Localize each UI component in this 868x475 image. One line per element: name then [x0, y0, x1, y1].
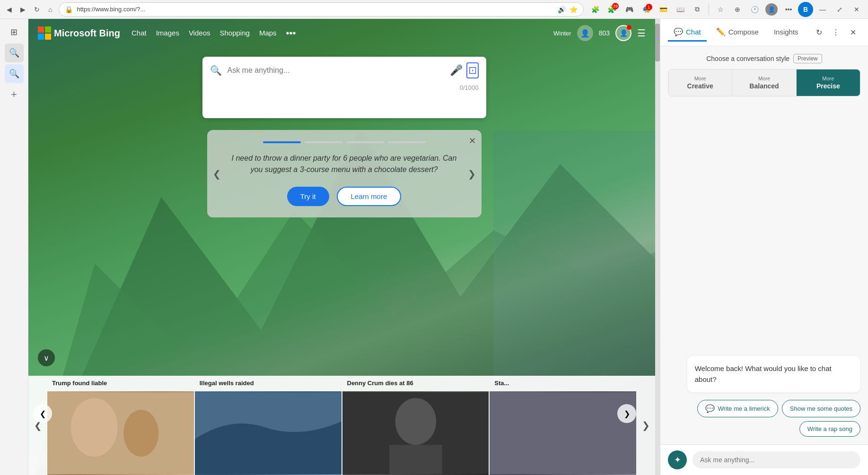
forward-button[interactable]: ▶	[18, 4, 28, 15]
news-next-button[interactable]: ❯	[617, 404, 636, 423]
sidebar-icon-add[interactable]: +	[5, 85, 24, 104]
home-button[interactable]: ⌂	[45, 4, 55, 15]
camera-icon[interactable]: ⊡	[466, 62, 479, 78]
suggestion-chips: 💬 Write me a limerick Show me some quote…	[668, 400, 860, 437]
panel-footer: ✦	[660, 444, 868, 475]
nav-videos[interactable]: Videos	[189, 27, 210, 40]
reader-button[interactable]: 📖	[673, 2, 688, 17]
more-panel-button[interactable]: ⋮	[828, 25, 843, 40]
news-scroll-prev[interactable]: ❮	[28, 376, 47, 475]
header-right: Winter 👤 803 👤 ☰	[553, 25, 646, 41]
svg-rect-3	[47, 392, 194, 474]
close-card-button[interactable]: ✕	[469, 136, 476, 146]
toolbar-icons: 🧩 🧩39 🎮 🎭1 💳 📖 ⧉ ☆ ⊕ 🕐 👤 ••• B — ⤢ ✕	[587, 2, 864, 17]
address-bar[interactable]: 🔒 https://www.bing.com/?... 🔊 ⭐	[59, 2, 584, 17]
news-title-1[interactable]: Trump found liable	[47, 376, 194, 391]
search-container: 🔍 🎤 ⊡ 0/1000	[202, 57, 486, 118]
nav-maps[interactable]: Maps	[259, 27, 277, 40]
news-title-2[interactable]: Illegal wells raided	[195, 376, 342, 391]
sidebar-icon-search[interactable]: 🔍	[5, 43, 24, 62]
user-icon[interactable]: 👤	[577, 25, 593, 41]
bing-copilot-icon[interactable]: B	[798, 2, 813, 17]
style-balanced-button[interactable]: More Balanced	[732, 69, 796, 96]
news-scroll-next[interactable]: ❯	[636, 376, 655, 475]
try-it-button[interactable]: Try it	[287, 187, 329, 206]
avatar[interactable]: 👤	[615, 25, 631, 41]
tab-compose[interactable]: ✏️ Compose	[710, 24, 764, 42]
news-image-2	[195, 391, 342, 475]
news-title-3[interactable]: Denny Crum dies at 86	[342, 376, 489, 391]
progress-dots	[230, 141, 459, 143]
nav-images[interactable]: Images	[156, 27, 179, 40]
more-options-button[interactable]: •••	[781, 2, 796, 17]
dot-4	[388, 141, 426, 143]
refresh-panel-button[interactable]: ↻	[811, 25, 826, 40]
sidebar-icon-grid[interactable]: ⊞	[5, 23, 24, 42]
close-window-button[interactable]: ✕	[849, 2, 864, 17]
tab-chat[interactable]: 💬 Chat	[668, 24, 707, 42]
news-item: Denny Crum dies at 86	[342, 376, 489, 475]
nav-more-icon[interactable]: •••	[286, 28, 296, 39]
extensions2-button[interactable]: 🧩39	[605, 2, 620, 17]
extensions-button[interactable]: 🧩	[587, 2, 603, 17]
close-panel-button[interactable]: ✕	[845, 25, 860, 40]
right-panel: 💬 Chat ✏️ Compose Insights ↻ ⋮ ✕	[660, 19, 868, 475]
news-prev-button[interactable]: ❮	[33, 404, 52, 423]
dot-3	[346, 141, 384, 143]
search-row: 🔍 🎤 ⊡	[210, 62, 479, 78]
addon2-button[interactable]: 🎭1	[639, 2, 654, 17]
scroll-down-button[interactable]: ∨	[38, 349, 55, 366]
sidebar-icon-search2[interactable]: 🔍	[5, 64, 24, 83]
panel-header: 💬 Chat ✏️ Compose Insights ↻ ⋮ ✕	[660, 19, 868, 46]
favorites-button[interactable]: ☆	[713, 2, 728, 17]
news-section: ❮ Trump found liable Illegal wells raide…	[28, 376, 655, 475]
precise-label: Precise	[800, 82, 856, 90]
limerick-chip-label: Write me a limerick	[718, 405, 770, 412]
profile-button[interactable]: 👤	[764, 2, 779, 17]
svg-rect-9	[389, 445, 442, 474]
web-content: Microsoft Bing Chat Images Videos Shoppi…	[28, 19, 660, 475]
style-creative-button[interactable]: More Creative	[668, 69, 732, 96]
news-item: Illegal wells raided	[195, 376, 342, 475]
wallet-button[interactable]: 💳	[656, 2, 671, 17]
collections-button[interactable]: ⊕	[730, 2, 745, 17]
back-button[interactable]: ◀	[4, 4, 15, 15]
news-items: Trump found liable Illegal wells raided	[47, 376, 636, 475]
balanced-top: More	[736, 75, 792, 82]
compose-tab-label: Compose	[728, 28, 759, 36]
split-button[interactable]: ⧉	[690, 2, 705, 17]
scroll-thumb[interactable]	[655, 24, 660, 61]
card-next-button[interactable]: ❯	[468, 168, 476, 180]
notification-dot	[627, 25, 631, 30]
news-title-4[interactable]: Sta...	[490, 376, 636, 391]
refresh-button[interactable]: ↻	[31, 4, 43, 15]
scrollbar[interactable]	[655, 19, 660, 475]
footer-chat-input[interactable]	[693, 451, 860, 468]
chip-quotes[interactable]: Show me some quotes	[782, 400, 860, 417]
style-label-text: Choose a conversation style	[706, 55, 789, 62]
dot-2	[305, 141, 342, 143]
compose-tab-icon: ✏️	[716, 27, 726, 36]
tab-insights[interactable]: Insights	[768, 24, 804, 41]
bing-menu-icon[interactable]: ☰	[637, 27, 646, 39]
style-precise-button[interactable]: More Precise	[797, 69, 860, 96]
chip-rap[interactable]: Write a rap song	[799, 421, 860, 437]
browser-content: ⊞ 🔍 🔍 +	[0, 19, 868, 475]
card-prev-button[interactable]: ❮	[213, 168, 221, 180]
nav-shopping[interactable]: Shopping	[219, 27, 249, 40]
history-button[interactable]: 🕐	[747, 2, 762, 17]
news-image-1	[47, 391, 194, 475]
bing-page: Microsoft Bing Chat Images Videos Shoppi…	[28, 19, 660, 475]
addon-button[interactable]: 🎮	[622, 2, 637, 17]
learn-more-button[interactable]: Learn more	[337, 187, 402, 206]
nav-chat[interactable]: Chat	[132, 27, 147, 40]
microphone-icon[interactable]: 🎤	[450, 64, 463, 77]
maximize-button[interactable]: ⤢	[832, 2, 847, 17]
limerick-chip-icon: 💬	[705, 404, 715, 413]
chip-limerick[interactable]: 💬 Write me a limerick	[697, 400, 778, 417]
conversation-style-section: Choose a conversation style Preview More…	[668, 54, 860, 96]
news-item: Trump found liable	[47, 376, 194, 475]
search-input[interactable]	[228, 66, 444, 75]
minimize-button[interactable]: —	[815, 2, 830, 17]
svg-point-5	[123, 410, 158, 457]
